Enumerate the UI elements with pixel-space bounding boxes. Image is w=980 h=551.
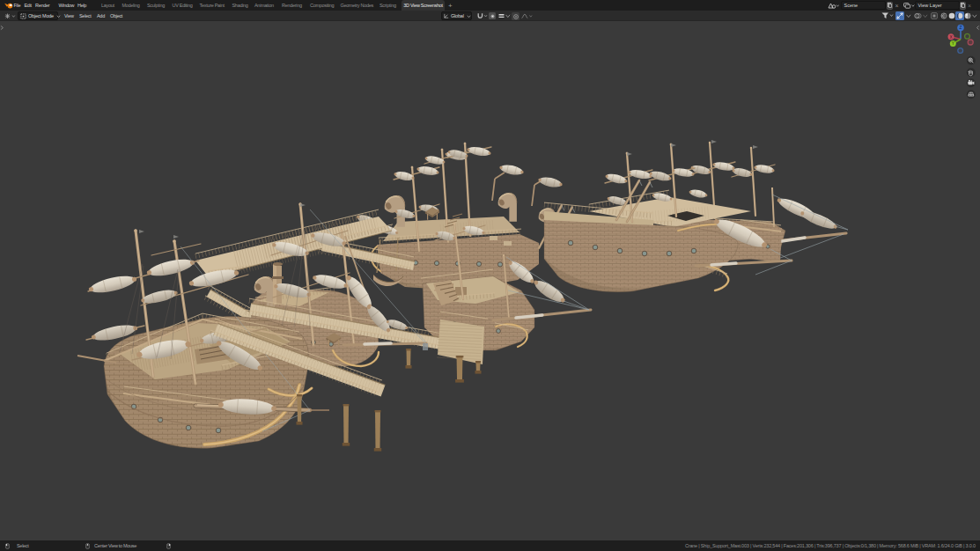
svg-text:Z: Z bbox=[960, 26, 962, 30]
